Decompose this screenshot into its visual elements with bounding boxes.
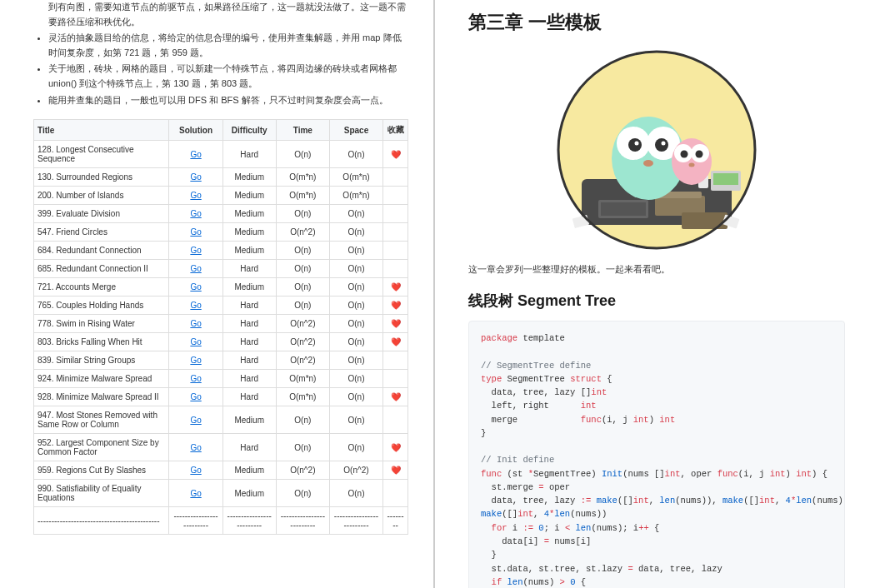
go-link[interactable]: Go [190, 356, 201, 365]
cell-space: O(n^2) [329, 461, 382, 480]
go-link[interactable]: Go [190, 416, 201, 425]
cell-fav: ❤️ [383, 315, 408, 333]
go-link[interactable]: Go [190, 150, 201, 159]
go-link[interactable]: Go [190, 301, 201, 310]
cell-title: 399. Evaluate Division [34, 205, 169, 223]
go-link[interactable]: Go [190, 264, 201, 273]
cell-space: O(m*n) [329, 187, 382, 205]
cell-time: O(n) [276, 260, 329, 278]
table-row: 547. Friend CirclesGoMediumO(n^2)O(n) [34, 223, 408, 242]
cell-fav [383, 242, 408, 260]
go-link[interactable]: Go [190, 209, 201, 218]
go-link[interactable]: Go [190, 466, 201, 475]
go-link[interactable]: Go [190, 172, 201, 182]
svg-point-22 [696, 151, 703, 158]
go-link[interactable]: Go [190, 227, 201, 237]
cell-solution: Go [169, 141, 222, 168]
cell-title: 765. Couples Holding Hands [34, 296, 169, 315]
cell-difficulty: Medium [222, 242, 276, 260]
cell-time: O(n) [276, 480, 329, 507]
cell-space: O(n) [329, 260, 382, 278]
go-link[interactable]: Go [190, 191, 201, 200]
th-title: Title [34, 120, 169, 141]
cell-title: 721. Accounts Merge [34, 278, 169, 296]
cell-time: O(n) [276, 434, 329, 461]
cell-fav: ❤️ [383, 461, 408, 480]
bullet-list: 灵活的抽象题目给的信息，将给定的信息合理的编号，使用并查集解题，并用 map 降… [33, 31, 408, 107]
svg-point-13 [628, 138, 642, 152]
cell-space: O(n) [329, 296, 382, 315]
bullet-item: 关于地图，砖块，网格的题目，可以新建一个特殊节点，将四周边缘的砖块或者网格都 u… [48, 62, 408, 91]
cell-time: O(n^2) [276, 461, 329, 480]
go-link[interactable]: Go [190, 337, 201, 346]
cell-space: O(n) [329, 406, 382, 434]
cell-solution: Go [169, 480, 222, 507]
cell-title: 990. Satisfiability of Equality Equation… [34, 480, 169, 507]
table-row: 721. Accounts MergeGoMediumO(n)O(n)❤️ [34, 278, 408, 296]
cell-fav: ❤️ [383, 278, 408, 296]
gopher-illustration [557, 50, 757, 250]
table-row: 803. Bricks Falling When HitGoHardO(n^2)… [34, 333, 408, 351]
problems-table: Title Solution Difficulty Time Space 收藏 … [33, 119, 408, 535]
go-link[interactable]: Go [190, 246, 201, 255]
svg-point-17 [643, 160, 653, 167]
cell-space: O(n) [329, 278, 382, 296]
go-link[interactable]: Go [190, 443, 201, 452]
go-link[interactable]: Go [190, 392, 201, 401]
cell-title: 684. Redundant Connection [34, 242, 169, 260]
cell-space: O(n) [329, 205, 382, 223]
cell-title: 778. Swim in Rising Water [34, 315, 169, 333]
table-header-row: Title Solution Difficulty Time Space 收藏 [34, 120, 408, 141]
th-space: Space [329, 120, 382, 141]
cell-title: 200. Number of Islands [34, 187, 169, 205]
table-footer-row: ----------------------------------------… [34, 507, 408, 535]
cell-title: 959. Regions Cut By Slashes [34, 461, 169, 480]
cell-fav [383, 406, 408, 434]
cell-solution: Go [169, 260, 222, 278]
cell-difficulty: Medium [222, 205, 276, 223]
svg-rect-24 [572, 215, 589, 228]
go-link[interactable]: Go [190, 282, 201, 292]
th-solution: Solution [169, 120, 222, 141]
svg-rect-8 [713, 173, 738, 185]
table-row: 839. Similar String GroupsGoHardO(n^2)O(… [34, 351, 408, 370]
cell-difficulty: Hard [222, 296, 276, 315]
cell-title: 952. Largest Component Size by Common Fa… [34, 434, 169, 461]
cell-time: O(m*n) [276, 187, 329, 205]
cell-difficulty: Hard [222, 260, 276, 278]
svg-rect-6 [682, 212, 728, 229]
svg-point-14 [655, 138, 668, 152]
go-link[interactable]: Go [190, 374, 201, 383]
cell-difficulty: Hard [222, 141, 276, 168]
cell-title: 928. Minimize Malware Spread II [34, 388, 169, 406]
cell-solution: Go [169, 370, 222, 388]
cell-space: O(n) [329, 242, 382, 260]
cell-solution: Go [169, 205, 222, 223]
bullet-item: 能用并查集的题目，一般也可以用 DFS 和 BFS 解答，只不过时间复杂度会高一… [48, 93, 408, 108]
cell-solution: Go [169, 278, 222, 296]
go-link[interactable]: Go [190, 319, 201, 328]
cell-solution: Go [169, 223, 222, 242]
table-row: 990. Satisfiability of Equality Equation… [34, 480, 408, 507]
cell-time: O(n) [276, 141, 329, 168]
go-link[interactable]: Go [190, 489, 201, 498]
cell-difficulty: Medium [222, 480, 276, 507]
cell-difficulty: Hard [222, 370, 276, 388]
cell-title: 947. Most Stones Removed with Same Row o… [34, 406, 169, 434]
cell-time: ------------------------- [276, 507, 329, 535]
cell-fav: -------- [383, 507, 408, 535]
cell-space: O(n) [329, 388, 382, 406]
cell-time: O(n^2) [276, 351, 329, 370]
cell-solution: Go [169, 406, 222, 434]
code-block: package template // SegmentTree define t… [468, 321, 845, 588]
cell-solution: Go [169, 296, 222, 315]
cell-space: O(m*n) [329, 168, 382, 187]
cell-difficulty: Medium [222, 223, 276, 242]
cell-time: O(n) [276, 296, 329, 315]
table-row: 924. Minimize Malware SpreadGoHardO(m*n)… [34, 370, 408, 388]
cell-difficulty: Medium [222, 278, 276, 296]
svg-point-23 [689, 163, 695, 167]
cell-title: 803. Bricks Falling When Hit [34, 333, 169, 351]
svg-point-15 [635, 142, 639, 146]
cell-title: 924. Minimize Malware Spread [34, 370, 169, 388]
